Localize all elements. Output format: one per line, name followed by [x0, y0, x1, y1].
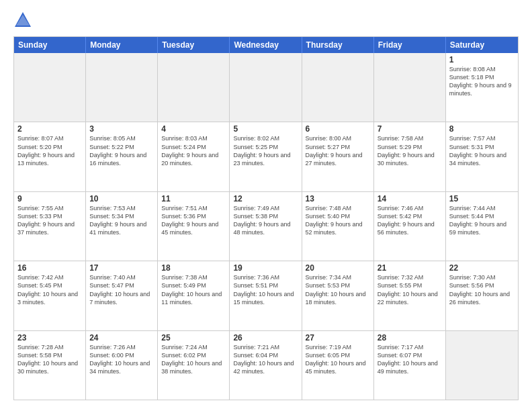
day-number: 25	[161, 333, 226, 342]
cell-info: Sunrise: 7:57 AM Sunset: 5:31 PM Dayligh…	[449, 134, 515, 167]
cal-cell-empty	[446, 331, 518, 400]
cell-info: Sunrise: 8:03 AM Sunset: 5:24 PM Dayligh…	[161, 134, 226, 167]
cal-cell-empty	[158, 53, 230, 122]
cell-info: Sunrise: 7:42 AM Sunset: 5:45 PM Dayligh…	[17, 273, 82, 306]
cal-cell-empty	[14, 53, 86, 122]
day-number: 5	[233, 124, 298, 134]
cal-cell-20: 20Sunrise: 7:34 AM Sunset: 5:53 PM Dayli…	[302, 261, 374, 330]
svg-marker-1	[16, 15, 30, 26]
cal-cell-28: 28Sunrise: 7:17 AM Sunset: 6:07 PM Dayli…	[374, 331, 446, 400]
cell-info: Sunrise: 7:21 AM Sunset: 6:04 PM Dayligh…	[233, 343, 298, 376]
calendar-row-2: 9Sunrise: 7:55 AM Sunset: 5:33 PM Daylig…	[14, 192, 518, 261]
cell-info: Sunrise: 7:55 AM Sunset: 5:33 PM Dayligh…	[17, 204, 82, 237]
day-number: 9	[17, 194, 82, 203]
cal-cell-3: 3Sunrise: 8:05 AM Sunset: 5:22 PM Daylig…	[86, 122, 158, 191]
cell-info: Sunrise: 7:30 AM Sunset: 5:56 PM Dayligh…	[449, 273, 515, 306]
cell-info: Sunrise: 7:58 AM Sunset: 5:29 PM Dayligh…	[378, 134, 442, 167]
day-number: 1	[449, 55, 515, 64]
cell-info: Sunrise: 8:08 AM Sunset: 5:18 PM Dayligh…	[449, 65, 515, 98]
calendar-header: SundayMondayTuesdayWednesdayThursdayFrid…	[14, 37, 518, 53]
day-number: 24	[89, 333, 154, 342]
cell-info: Sunrise: 7:48 AM Sunset: 5:40 PM Dayligh…	[306, 204, 370, 237]
cal-cell-15: 15Sunrise: 7:44 AM Sunset: 5:44 PM Dayli…	[446, 192, 518, 261]
cal-cell-27: 27Sunrise: 7:19 AM Sunset: 6:05 PM Dayli…	[302, 331, 374, 400]
header-day-friday: Friday	[374, 37, 446, 53]
cal-cell-19: 19Sunrise: 7:36 AM Sunset: 5:51 PM Dayli…	[230, 261, 302, 330]
cal-cell-23: 23Sunrise: 7:28 AM Sunset: 5:58 PM Dayli…	[14, 331, 86, 400]
day-number: 7	[378, 124, 442, 134]
header	[13, 11, 519, 30]
cell-info: Sunrise: 8:02 AM Sunset: 5:25 PM Dayligh…	[233, 134, 298, 167]
cal-cell-6: 6Sunrise: 8:00 AM Sunset: 5:27 PM Daylig…	[302, 122, 374, 191]
day-number: 22	[449, 263, 515, 273]
day-number: 28	[378, 333, 442, 342]
cell-info: Sunrise: 7:24 AM Sunset: 6:02 PM Dayligh…	[161, 343, 226, 376]
header-day-wednesday: Wednesday	[230, 37, 302, 53]
cal-cell-18: 18Sunrise: 7:38 AM Sunset: 5:49 PM Dayli…	[158, 261, 230, 330]
logo	[13, 11, 35, 30]
cal-cell-16: 16Sunrise: 7:42 AM Sunset: 5:45 PM Dayli…	[14, 261, 86, 330]
cal-cell-8: 8Sunrise: 7:57 AM Sunset: 5:31 PM Daylig…	[446, 122, 518, 191]
day-number: 14	[378, 194, 442, 203]
cal-cell-17: 17Sunrise: 7:40 AM Sunset: 5:47 PM Dayli…	[86, 261, 158, 330]
day-number: 2	[17, 124, 82, 134]
cal-cell-4: 4Sunrise: 8:03 AM Sunset: 5:24 PM Daylig…	[158, 122, 230, 191]
calendar-row-1: 2Sunrise: 8:07 AM Sunset: 5:20 PM Daylig…	[14, 122, 518, 191]
cell-info: Sunrise: 7:36 AM Sunset: 5:51 PM Dayligh…	[233, 273, 298, 306]
cell-info: Sunrise: 7:53 AM Sunset: 5:34 PM Dayligh…	[89, 204, 154, 237]
cal-cell-1: 1Sunrise: 8:08 AM Sunset: 5:18 PM Daylig…	[446, 53, 518, 122]
day-number: 13	[306, 194, 370, 203]
cal-cell-10: 10Sunrise: 7:53 AM Sunset: 5:34 PM Dayli…	[86, 192, 158, 261]
cal-cell-26: 26Sunrise: 7:21 AM Sunset: 6:04 PM Dayli…	[230, 331, 302, 400]
day-number: 19	[233, 263, 298, 273]
cal-cell-11: 11Sunrise: 7:51 AM Sunset: 5:36 PM Dayli…	[158, 192, 230, 261]
cal-cell-9: 9Sunrise: 7:55 AM Sunset: 5:33 PM Daylig…	[14, 192, 86, 261]
day-number: 27	[306, 333, 370, 342]
cell-info: Sunrise: 8:07 AM Sunset: 5:20 PM Dayligh…	[17, 134, 82, 167]
page: SundayMondayTuesdayWednesdayThursdayFrid…	[0, 0, 532, 411]
calendar-row-3: 16Sunrise: 7:42 AM Sunset: 5:45 PM Dayli…	[14, 261, 518, 330]
cell-info: Sunrise: 7:32 AM Sunset: 5:55 PM Dayligh…	[378, 273, 442, 306]
calendar-row-0: 1Sunrise: 8:08 AM Sunset: 5:18 PM Daylig…	[14, 53, 518, 122]
day-number: 12	[233, 194, 298, 203]
cal-cell-7: 7Sunrise: 7:58 AM Sunset: 5:29 PM Daylig…	[374, 122, 446, 191]
cell-info: Sunrise: 7:46 AM Sunset: 5:42 PM Dayligh…	[378, 204, 442, 237]
day-number: 23	[17, 333, 82, 342]
day-number: 26	[233, 333, 298, 342]
cal-cell-13: 13Sunrise: 7:48 AM Sunset: 5:40 PM Dayli…	[302, 192, 374, 261]
header-day-saturday: Saturday	[446, 37, 518, 53]
day-number: 3	[89, 124, 154, 134]
header-day-monday: Monday	[86, 37, 158, 53]
cell-info: Sunrise: 8:05 AM Sunset: 5:22 PM Dayligh…	[89, 134, 154, 167]
header-day-thursday: Thursday	[302, 37, 374, 53]
day-number: 8	[449, 124, 515, 134]
logo-icon	[13, 11, 32, 30]
day-number: 17	[89, 263, 154, 273]
calendar-row-4: 23Sunrise: 7:28 AM Sunset: 5:58 PM Dayli…	[14, 331, 518, 400]
cell-info: Sunrise: 7:40 AM Sunset: 5:47 PM Dayligh…	[89, 273, 154, 306]
calendar-body: 1Sunrise: 8:08 AM Sunset: 5:18 PM Daylig…	[14, 53, 518, 400]
calendar: SundayMondayTuesdayWednesdayThursdayFrid…	[13, 36, 519, 400]
day-number: 15	[449, 194, 515, 203]
cell-info: Sunrise: 8:00 AM Sunset: 5:27 PM Dayligh…	[306, 134, 370, 167]
cal-cell-2: 2Sunrise: 8:07 AM Sunset: 5:20 PM Daylig…	[14, 122, 86, 191]
cal-cell-25: 25Sunrise: 7:24 AM Sunset: 6:02 PM Dayli…	[158, 331, 230, 400]
cell-info: Sunrise: 7:44 AM Sunset: 5:44 PM Dayligh…	[449, 204, 515, 237]
cal-cell-empty	[86, 53, 158, 122]
day-number: 20	[306, 263, 370, 273]
day-number: 11	[161, 194, 226, 203]
cell-info: Sunrise: 7:38 AM Sunset: 5:49 PM Dayligh…	[161, 273, 226, 306]
header-day-tuesday: Tuesday	[158, 37, 230, 53]
cell-info: Sunrise: 7:17 AM Sunset: 6:07 PM Dayligh…	[378, 343, 442, 376]
cal-cell-empty	[302, 53, 374, 122]
cell-info: Sunrise: 7:19 AM Sunset: 6:05 PM Dayligh…	[306, 343, 370, 376]
cal-cell-empty	[230, 53, 302, 122]
cal-cell-5: 5Sunrise: 8:02 AM Sunset: 5:25 PM Daylig…	[230, 122, 302, 191]
day-number: 4	[161, 124, 226, 134]
cal-cell-empty	[374, 53, 446, 122]
cal-cell-22: 22Sunrise: 7:30 AM Sunset: 5:56 PM Dayli…	[446, 261, 518, 330]
cell-info: Sunrise: 7:49 AM Sunset: 5:38 PM Dayligh…	[233, 204, 298, 237]
day-number: 16	[17, 263, 82, 273]
day-number: 6	[306, 124, 370, 134]
cal-cell-21: 21Sunrise: 7:32 AM Sunset: 5:55 PM Dayli…	[374, 261, 446, 330]
